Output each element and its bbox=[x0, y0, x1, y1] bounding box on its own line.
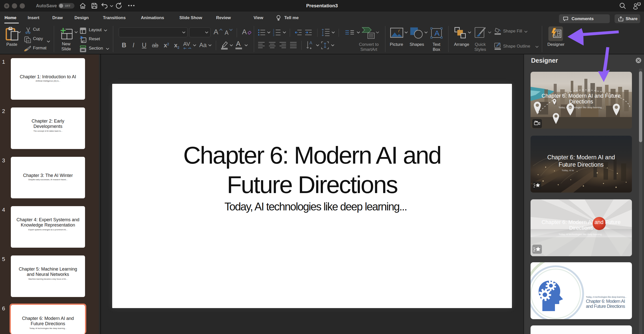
svg-text:Chapter 6: Modern AI and: Chapter 6: Modern AI and bbox=[547, 154, 615, 161]
svg-text:Future Directions: Future Directions bbox=[559, 161, 604, 168]
svg-text:Chapter 6: Modern AI and Futur: Chapter 6: Modern AI and Future bbox=[542, 219, 621, 225]
svg-text:Chapter 6: Modern AI: Chapter 6: Modern AI bbox=[586, 299, 625, 304]
svg-text:Today, AI technologies like de: Today, AI technologies like deep learnin… bbox=[558, 106, 603, 109]
svg-text:Directions: Directions bbox=[569, 225, 593, 231]
svg-text:A: A bbox=[434, 29, 439, 37]
svg-text:Today, AI te: Today, AI te bbox=[562, 169, 574, 172]
svg-text:Chapter 6: Modern AI and Futur: Chapter 6: Modern AI and Future bbox=[542, 93, 621, 99]
svg-text:A: A bbox=[309, 41, 312, 45]
svg-text:and Future Directions: and Future Directions bbox=[586, 304, 625, 309]
svg-text:Today, AI technologies like de: Today, AI technologies like deep learnin… bbox=[558, 233, 603, 236]
svg-text:Today, AI technologies like de: Today, AI technologies like deep learnin… bbox=[586, 296, 626, 298]
svg-text:Directions: Directions bbox=[569, 99, 593, 105]
svg-text:3: 3 bbox=[273, 34, 274, 36]
